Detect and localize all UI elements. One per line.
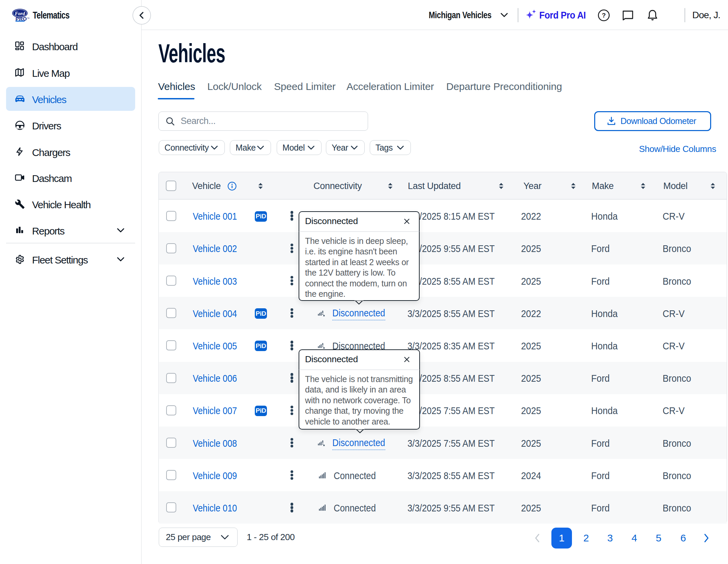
svg-text:?: ?: [602, 12, 606, 19]
svg-text:Ford: Ford: [14, 11, 25, 16]
